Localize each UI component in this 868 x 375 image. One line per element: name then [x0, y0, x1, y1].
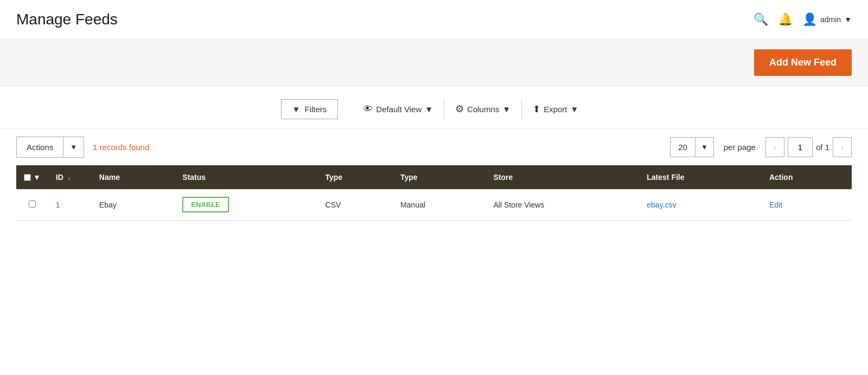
row-type1: CSV: [318, 189, 393, 221]
add-new-feed-button[interactable]: Add New Feed: [754, 49, 852, 76]
user-label: admin: [820, 15, 841, 24]
row-name: Ebay: [92, 189, 175, 221]
columns-dropdown[interactable]: ⚙ Columns ▼: [446, 98, 519, 120]
actions-label: Actions: [17, 137, 63, 157]
header-actions: 🔍 🔔 👤 admin ▼: [754, 12, 852, 27]
columns-caret-icon: ▼: [502, 105, 510, 114]
col-header-name[interactable]: Name: [92, 165, 175, 189]
latest-file-link[interactable]: ebay.csv: [647, 201, 676, 209]
col-header-id[interactable]: ID ↓: [48, 165, 92, 189]
row-id[interactable]: 1: [48, 189, 92, 221]
row-action: Edit: [762, 189, 852, 221]
toolbar-bar: Add New Feed: [0, 40, 868, 86]
filters-label: Filters: [304, 105, 327, 114]
bell-icon[interactable]: 🔔: [778, 12, 793, 27]
filter-row: ▼ Filters 👁 Default View ▼ ⚙ Columns ▼ ⬆…: [0, 86, 868, 129]
separator-2: [521, 99, 522, 119]
col-header-type1[interactable]: Type: [318, 165, 393, 189]
row-checkbox-cell: [16, 189, 48, 221]
default-view-label: Default View: [376, 105, 422, 114]
records-found: 1 records found: [93, 143, 149, 152]
per-page-caret-icon[interactable]: ▼: [695, 138, 713, 156]
col-id-sort-icon: ↓: [68, 174, 71, 181]
col-action-label: Action: [769, 173, 793, 182]
user-menu[interactable]: 👤 admin ▼: [802, 12, 852, 27]
col-id-label: ID: [56, 173, 63, 182]
page-of-label: of 1: [816, 143, 829, 152]
select-all-checkbox[interactable]: [24, 174, 31, 181]
pagination-controls: 20 ▼ per page ‹ of 1 ›: [670, 137, 852, 157]
next-page-button[interactable]: ›: [833, 137, 852, 157]
filter-row-inner: ▼ Filters 👁 Default View ▼ ⚙ Columns ▼ ⬆…: [281, 98, 588, 120]
row-checkbox[interactable]: [29, 201, 36, 208]
export-icon: ⬆: [533, 104, 540, 115]
user-caret-icon: ▼: [844, 15, 852, 24]
status-badge: ENABLE: [182, 197, 228, 212]
filters-button[interactable]: ▼ Filters: [281, 99, 339, 119]
export-dropdown[interactable]: ⬆ Export ▼: [524, 99, 587, 120]
search-icon[interactable]: 🔍: [754, 12, 768, 27]
page-title: Manage Feeds: [16, 11, 118, 28]
separator-1: [444, 99, 444, 119]
actions-caret-icon: ▼: [63, 138, 84, 157]
per-page-value: 20: [671, 138, 695, 157]
export-label: Export: [544, 105, 567, 114]
page-number-input[interactable]: [788, 137, 813, 157]
default-view-dropdown[interactable]: 👁 Default View ▼: [354, 99, 442, 120]
export-caret-icon: ▼: [571, 105, 579, 114]
row-latest-file: ebay.csv: [639, 189, 762, 221]
col-name-label: Name: [99, 173, 120, 182]
user-avatar-icon: 👤: [802, 12, 817, 27]
col-header-status[interactable]: Status: [175, 165, 317, 189]
col-header-latest-file[interactable]: Latest File: [639, 165, 762, 189]
col-type1-label: Type: [326, 173, 343, 182]
edit-link[interactable]: Edit: [769, 201, 782, 209]
col-checkbox-caret-icon[interactable]: ▼: [33, 173, 41, 182]
gear-icon: ⚙: [455, 103, 464, 115]
col-header-action: Action: [762, 165, 852, 189]
col-latest-file-label: Latest File: [647, 173, 684, 182]
col-header-checkbox: ▼: [16, 165, 48, 189]
row-type2: Manual: [393, 189, 486, 221]
table-header-row: ▼ ID ↓ Name Status Type Type: [16, 165, 852, 189]
columns-label: Columns: [467, 105, 499, 114]
per-page-select[interactable]: 20 ▼: [670, 137, 714, 157]
col-store-label: Store: [493, 173, 513, 182]
page-header: Manage Feeds 🔍 🔔 👤 admin ▼: [0, 0, 868, 40]
page-nav: ‹ of 1 ›: [765, 137, 852, 157]
actions-left: Actions ▼ 1 records found: [16, 137, 149, 158]
prev-page-button[interactable]: ‹: [765, 137, 784, 157]
actions-dropdown[interactable]: Actions ▼: [16, 137, 84, 158]
row-status: ENABLE: [175, 189, 317, 221]
eye-icon: 👁: [363, 104, 373, 115]
per-page-label: per page: [718, 143, 761, 152]
actions-row: Actions ▼ 1 records found 20 ▼ per page …: [0, 129, 868, 165]
filter-funnel-icon: ▼: [292, 105, 301, 114]
col-header-store[interactable]: Store: [486, 165, 639, 189]
col-type2-label: Type: [400, 173, 418, 182]
default-view-caret-icon: ▼: [425, 105, 433, 114]
col-status-label: Status: [182, 173, 206, 182]
table-container: ▼ ID ↓ Name Status Type Type: [0, 165, 868, 237]
feeds-table: ▼ ID ↓ Name Status Type Type: [16, 165, 852, 221]
table-row: 1 Ebay ENABLE CSV Manual All Store Views: [16, 189, 852, 221]
col-header-type2[interactable]: Type: [393, 165, 486, 189]
row-store: All Store Views: [486, 189, 639, 221]
